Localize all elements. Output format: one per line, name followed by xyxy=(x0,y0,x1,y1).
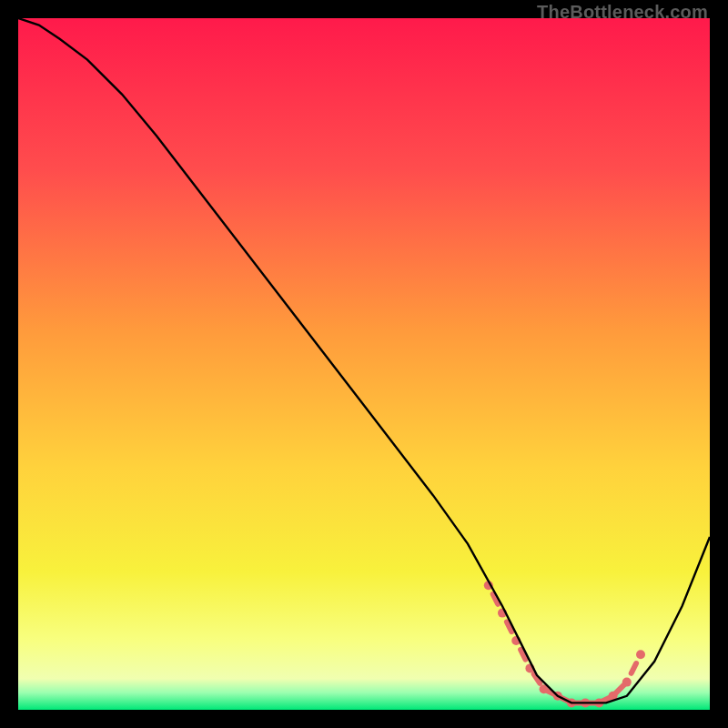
chart-container: TheBottleneck.com xyxy=(0,0,728,728)
curve-layer xyxy=(18,18,710,710)
marker-dash xyxy=(632,663,636,673)
watermark-label: TheBottleneck.com xyxy=(537,2,708,23)
marker-points xyxy=(484,581,645,707)
plot-area xyxy=(18,18,710,710)
marker-dash xyxy=(616,685,623,693)
bottleneck-curve xyxy=(18,18,710,703)
marker-point xyxy=(636,650,645,659)
